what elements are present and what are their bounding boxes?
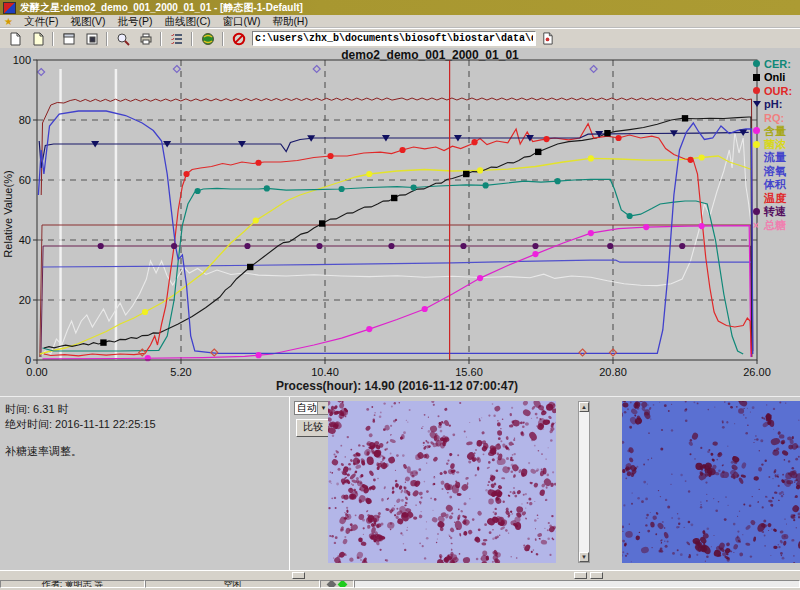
menu-item[interactable]: 视图(V): [64, 15, 111, 27]
new-file-icon[interactable]: [4, 29, 25, 48]
x-tick-label: 10.40: [311, 366, 339, 378]
horizontal-splitter[interactable]: [0, 570, 800, 580]
legend-item[interactable]: ×总糖: [753, 218, 800, 231]
status-lamp-icon: [338, 580, 348, 588]
annotation-time: 时间: 6.31 时: [5, 402, 285, 417]
data-globe-icon[interactable]: [197, 29, 218, 48]
mdi-child-icon[interactable]: ★: [0, 16, 18, 27]
window-cascade-icon[interactable]: [81, 29, 102, 48]
menu-item[interactable]: 帮助(H): [266, 15, 314, 27]
app-icon: [3, 2, 16, 14]
status-lamp-icon: [327, 580, 337, 588]
x-tick-label: 5.20: [170, 366, 191, 378]
batch-list-icon[interactable]: [166, 29, 187, 48]
stop-icon[interactable]: [228, 29, 249, 48]
legend-marker-icon: [753, 60, 764, 67]
legend-marker-icon: [753, 101, 764, 107]
file-path-input[interactable]: [252, 31, 536, 46]
scroll-up-icon[interactable]: ▲: [579, 402, 589, 412]
series-体积: [43, 260, 752, 267]
toolbar-separator: [222, 32, 224, 46]
path-browse-icon[interactable]: [537, 29, 558, 48]
menu-item[interactable]: 曲线图(C): [158, 15, 216, 27]
legend-item[interactable]: Onli: [753, 70, 800, 83]
legend-label: OUR:: [764, 85, 792, 97]
legend-item[interactable]: 流量: [753, 151, 800, 164]
legend-item[interactable]: 体积: [753, 178, 800, 191]
legend-marker-icon: ×: [753, 222, 764, 229]
series-RQ: [40, 132, 752, 357]
micrograph-left-image: [328, 401, 556, 563]
micrograph-right-image: [622, 401, 800, 563]
legend-label: Onli: [764, 71, 785, 83]
y-tick-label: 40: [19, 234, 31, 246]
legend-item[interactable]: 含量: [753, 124, 800, 137]
scroll-down-icon[interactable]: ▼: [579, 552, 589, 562]
x-tick-label: 15.60: [455, 366, 483, 378]
legend-item[interactable]: RQ:: [753, 111, 800, 124]
print-icon[interactable]: [135, 29, 156, 48]
title-bar: 发酵之星:demo2_demo_001_2000_01_01 - [静态图-1-…: [0, 0, 800, 15]
annotation-abs-time: 绝对时间: 2016-11-11 22:25:15: [5, 417, 285, 432]
window-tile-icon[interactable]: [58, 29, 79, 48]
y-tick-label: 100: [13, 54, 31, 66]
legend-item[interactable]: 温度: [753, 192, 800, 205]
micrograph-left: [328, 401, 556, 563]
x-axis-label: Process(hour): 14.90 (2016-11-12 07:00:4…: [37, 379, 757, 393]
series-菌浓: [40, 156, 752, 354]
legend-marker-icon: [753, 127, 764, 134]
compare-button[interactable]: 比较: [296, 419, 330, 437]
menu-items: 文件(F)视图(V)批号(P)曲线图(C)窗口(W)帮助(H): [18, 15, 314, 28]
series-溶氧: [38, 111, 752, 354]
app-window: { "window": { "title": "发酵之星:demo2_demo_…: [0, 0, 800, 590]
toolbar: [0, 28, 800, 48]
x-tick-label: 20.80: [599, 366, 627, 378]
status-lamps: [320, 580, 354, 588]
y-tick-label: 20: [19, 294, 31, 306]
process-chart[interactable]: 0.005.2010.4015.6020.8026.00020406080100: [0, 48, 800, 396]
legend-item[interactable]: 溶氧: [753, 165, 800, 178]
splitter-button-left[interactable]: [292, 572, 305, 579]
toolbar-separator: [191, 32, 193, 46]
image-vertical-scrollbar[interactable]: ▲ ▼: [578, 401, 590, 563]
toolbar-separator: [160, 32, 162, 46]
micrograph-right: [622, 401, 800, 563]
menu-item[interactable]: 窗口(W): [216, 15, 266, 27]
menu-item[interactable]: 批号(P): [111, 15, 158, 27]
legend-item[interactable]: CER:: [753, 57, 800, 70]
x-tick-label: 0.00: [26, 366, 47, 378]
zoom-icon[interactable]: [112, 29, 133, 48]
mode-dropdown[interactable]: 自动 ▼: [294, 401, 330, 415]
toolbar-buttons: [3, 29, 250, 48]
status-bar: 作者: 黄明志 等 空闲: [0, 580, 800, 590]
legend-label: pH:: [764, 98, 782, 110]
status-state: 空闲: [145, 580, 320, 588]
series-Online: [44, 117, 752, 354]
menu-bar: ★ 文件(F)视图(V)批号(P)曲线图(C)窗口(W)帮助(H): [0, 15, 800, 28]
status-author: 作者: 黄明志 等: [0, 580, 145, 588]
mode-dropdown-value: 自动: [295, 402, 317, 414]
panel-separator: [289, 397, 290, 571]
legend-label: 总糖: [764, 218, 786, 233]
legend-marker-icon: [753, 74, 764, 81]
bottom-panel: 时间: 6.31 时 绝对时间: 2016-11-11 22:25:15 补糖速…: [0, 396, 800, 570]
legend-label: CER:: [764, 58, 791, 70]
legend-marker-icon: [753, 87, 764, 94]
annotation-note: 补糖速率调整。: [5, 444, 285, 459]
toolbar-separator: [106, 32, 108, 46]
legend-item[interactable]: 转速: [753, 205, 800, 218]
window-title: 发酵之星:demo2_demo_001_2000_01_01 - [静态图-1-…: [20, 1, 303, 15]
y-tick-label: 80: [19, 114, 31, 126]
splitter-button-2[interactable]: [590, 572, 603, 579]
annotation-panel: 时间: 6.31 时 绝对时间: 2016-11-11 22:25:15 补糖速…: [5, 402, 285, 459]
toolbar-separator: [52, 32, 54, 46]
series-流量: [40, 225, 752, 357]
legend-item[interactable]: OUR:: [753, 84, 800, 97]
legend-item[interactable]: pH:: [753, 97, 800, 110]
legend-item[interactable]: 菌浓: [753, 138, 800, 151]
splitter-button-1[interactable]: [574, 572, 587, 579]
menu-item[interactable]: 文件(F): [18, 15, 64, 27]
open-file-icon[interactable]: [27, 29, 48, 48]
status-empty: [354, 580, 800, 588]
x-tick-label: 26.00: [743, 366, 771, 378]
